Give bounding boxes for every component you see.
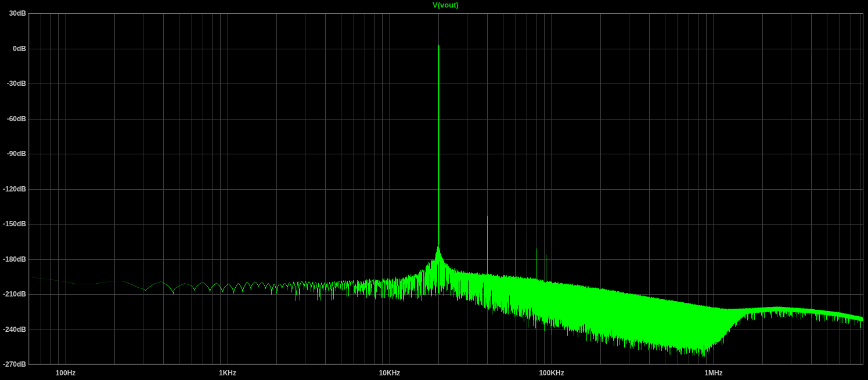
y-axis-label: -150dB (0, 219, 26, 229)
y-axis-label: -210dB (0, 289, 26, 299)
x-axis-label: 10KHz (366, 369, 413, 377)
y-axis-label: -60dB (0, 114, 26, 124)
x-axis-label: 1KHz (204, 369, 251, 377)
y-axis-label: -270dB (0, 360, 26, 369)
y-axis-label: -180dB (0, 255, 26, 264)
y-axis-label: -30dB (0, 79, 26, 88)
waveform-viewer-pane: V(vout) 30dB0dB-30dB-60dB-90dB-120dB-150… (0, 0, 868, 380)
x-axis-label: 100Hz (42, 369, 89, 377)
y-axis-label: -240dB (0, 325, 26, 334)
y-axis-label: -120dB (0, 184, 26, 194)
fft-plot-canvas[interactable] (0, 0, 868, 380)
x-axis-label: 100KHz (528, 369, 575, 377)
x-axis-label: 1MHz (690, 369, 737, 377)
y-axis-label: 0dB (0, 44, 26, 53)
trace-legend-label[interactable]: V(vout) (28, 1, 863, 9)
y-axis-label: -90dB (0, 149, 26, 158)
y-axis-label: 30dB (0, 9, 26, 18)
